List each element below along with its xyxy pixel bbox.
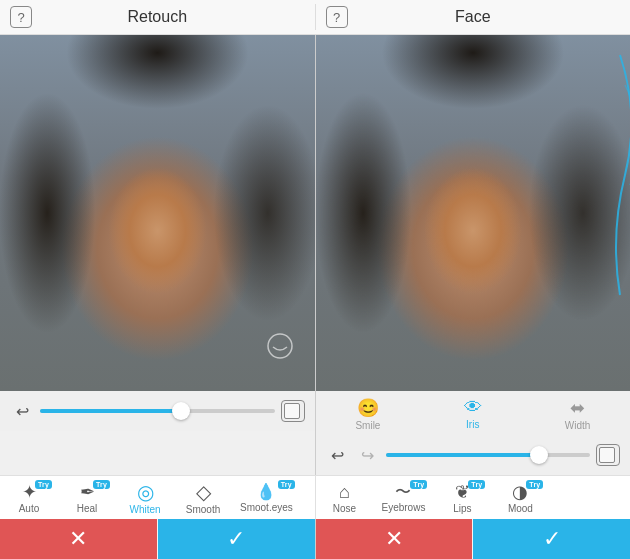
- auto-label: Auto: [19, 503, 40, 514]
- nose-icon: ⌂: [339, 483, 350, 501]
- toolbar-nose[interactable]: ⌂ Nose: [316, 476, 374, 519]
- face-tab-width[interactable]: ⬌ Width: [525, 395, 630, 433]
- smooth-eyes-label: Smoot.eyes: [240, 502, 293, 513]
- top-bar: ? Retouch ? Face: [0, 0, 630, 35]
- right-slider-area: ↩ ↪: [316, 435, 631, 475]
- iris-icon: 👁: [464, 397, 482, 418]
- slider-row: ↩ 😊 Smile 👁 Iris: [0, 391, 630, 475]
- left-cancel-button[interactable]: ✕: [0, 519, 157, 559]
- right-photo-panel: [316, 35, 631, 391]
- left-photo-area: [0, 35, 315, 391]
- eyebrows-try-badge: Try: [410, 480, 427, 489]
- right-action-bar: ✕ ✓: [316, 519, 631, 559]
- right-copy-button[interactable]: [596, 444, 620, 466]
- face-tab-iris[interactable]: 👁 Iris: [420, 395, 525, 433]
- right-slider-track[interactable]: [386, 453, 591, 457]
- mood-try-badge: Try: [526, 480, 543, 489]
- smooth-eyes-icon: 💧: [256, 484, 276, 500]
- left-smile-indicator: [265, 331, 295, 361]
- right-redo-button[interactable]: ↪: [356, 443, 380, 467]
- eyebrows-label: Eyebrows: [382, 502, 426, 513]
- right-toolbar: ⌂ Nose Try 〜 Eyebrows Try ❦ Lips Try ◑ M…: [316, 476, 631, 519]
- smile-icon: 😊: [357, 397, 379, 419]
- face-tabs: 😊 Smile 👁 Iris ⬌ Width: [316, 391, 631, 435]
- mood-label: Mood: [508, 503, 533, 514]
- toolbar-smooth[interactable]: ◇ Smooth: [174, 476, 232, 519]
- left-photo-bg: [0, 35, 315, 391]
- dual-action-bar: ✕ ✓ ✕ ✓: [0, 519, 630, 559]
- svg-point-0: [268, 334, 292, 358]
- toolbar-smooth-eyes[interactable]: Try 💧 Smoot.eyes: [232, 476, 301, 519]
- right-undo-button[interactable]: ↩: [326, 443, 350, 467]
- left-panel-header: ? Retouch: [0, 0, 315, 34]
- smooth-eyes-try-badge: Try: [278, 480, 295, 489]
- right-panel-header: ? Face: [316, 0, 631, 34]
- face-tab-smile-label: Smile: [355, 420, 380, 431]
- eyebrows-icon: 〜: [395, 484, 411, 500]
- left-panel-title: Retouch: [127, 8, 187, 26]
- face-tab-width-label: Width: [565, 420, 591, 431]
- left-toolbar: Try ✦ Auto Try ✒ Heal ◎ Whiten ◇ Smooth: [0, 476, 316, 519]
- right-help-button[interactable]: ?: [326, 6, 348, 28]
- left-slider-container: ↩: [0, 391, 316, 475]
- right-slider-container: 😊 Smile 👁 Iris ⬌ Width ↩ ↪: [316, 391, 631, 475]
- right-slider-fill: [386, 453, 539, 457]
- nose-label: Nose: [333, 503, 356, 514]
- toolbar-lips[interactable]: Try ❦ Lips: [433, 476, 491, 519]
- right-confirm-button[interactable]: ✓: [473, 519, 630, 559]
- right-cancel-button[interactable]: ✕: [316, 519, 473, 559]
- smooth-label: Smooth: [186, 504, 220, 515]
- left-confirm-button[interactable]: ✓: [158, 519, 315, 559]
- toolbar-auto[interactable]: Try ✦ Auto: [0, 476, 58, 519]
- heal-label: Heal: [77, 503, 98, 514]
- toolbar-row: Try ✦ Auto Try ✒ Heal ◎ Whiten ◇ Smooth: [0, 475, 630, 519]
- whiten-icon: ◎: [137, 482, 154, 502]
- heal-try-badge: Try: [93, 480, 110, 489]
- bottom-section: ↩ 😊 Smile 👁 Iris: [0, 391, 630, 559]
- left-action-bar: ✕ ✓: [0, 519, 316, 559]
- right-photo-bg: [316, 35, 631, 391]
- left-slider-area: ↩: [0, 391, 315, 431]
- left-slider-thumb[interactable]: [172, 402, 190, 420]
- smooth-icon: ◇: [196, 482, 211, 502]
- left-slider-track[interactable]: [40, 409, 275, 413]
- main-content: [0, 35, 630, 391]
- lips-label: Lips: [453, 503, 471, 514]
- toolbar-mood[interactable]: Try ◑ Mood: [491, 476, 549, 519]
- auto-try-badge: Try: [35, 480, 52, 489]
- left-undo-button[interactable]: ↩: [10, 399, 34, 423]
- left-help-button[interactable]: ?: [10, 6, 32, 28]
- lips-try-badge: Try: [468, 480, 485, 489]
- face-tab-smile[interactable]: 😊 Smile: [316, 395, 421, 433]
- width-icon: ⬌: [570, 397, 585, 419]
- left-slider-fill: [40, 409, 181, 413]
- whiten-label: Whiten: [129, 504, 160, 515]
- left-photo-panel: [0, 35, 316, 391]
- left-copy-button[interactable]: [281, 400, 305, 422]
- right-hair: [316, 35, 631, 391]
- face-tab-iris-label: Iris: [466, 419, 479, 430]
- toolbar-heal[interactable]: Try ✒ Heal: [58, 476, 116, 519]
- right-photo-area: [316, 35, 631, 391]
- toolbar-whiten[interactable]: ◎ Whiten: [116, 476, 174, 519]
- right-slider-thumb[interactable]: [530, 446, 548, 464]
- right-panel-title: Face: [455, 8, 491, 26]
- toolbar-eyebrows[interactable]: Try 〜 Eyebrows: [374, 476, 434, 519]
